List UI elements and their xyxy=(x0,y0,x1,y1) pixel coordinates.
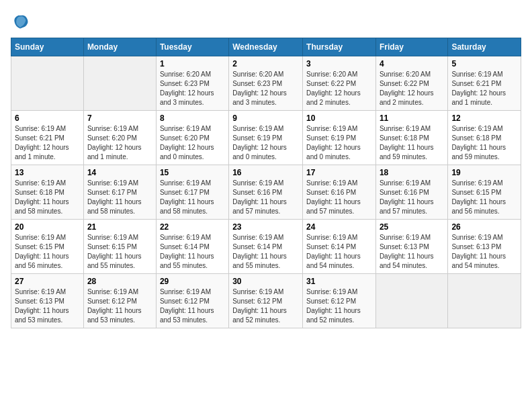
day-number: 21 xyxy=(87,222,152,232)
day-detail: Sunrise: 6:19 AM Sunset: 6:19 PM Dayligh… xyxy=(232,124,299,162)
calendar-cell: 30Sunrise: 6:19 AM Sunset: 6:12 PM Dayli… xyxy=(229,274,303,328)
header-day-saturday: Saturday xyxy=(448,38,521,56)
day-detail: Sunrise: 6:19 AM Sunset: 6:14 PM Dayligh… xyxy=(232,233,299,271)
day-number: 31 xyxy=(306,277,372,286)
day-number: 7 xyxy=(87,113,152,123)
calendar-cell: 16Sunrise: 6:19 AM Sunset: 6:16 PM Dayli… xyxy=(229,165,303,220)
calendar-cell xyxy=(11,56,84,111)
week-row-4: 27Sunrise: 6:19 AM Sunset: 6:13 PM Dayli… xyxy=(11,274,521,328)
day-detail: Sunrise: 6:19 AM Sunset: 6:13 PM Dayligh… xyxy=(15,287,80,325)
week-row-1: 6Sunrise: 6:19 AM Sunset: 6:21 PM Daylig… xyxy=(11,111,521,165)
calendar-cell: 18Sunrise: 6:19 AM Sunset: 6:16 PM Dayli… xyxy=(375,165,447,220)
header-row: SundayMondayTuesdayWednesdayThursdayFrid… xyxy=(11,38,521,56)
day-number: 18 xyxy=(380,168,444,177)
calendar-cell: 31Sunrise: 6:19 AM Sunset: 6:12 PM Dayli… xyxy=(303,274,376,328)
day-number: 25 xyxy=(380,222,444,232)
day-number: 16 xyxy=(232,168,299,177)
calendar-cell: 14Sunrise: 6:19 AM Sunset: 6:17 PM Dayli… xyxy=(83,165,156,220)
day-detail: Sunrise: 6:19 AM Sunset: 6:16 PM Dayligh… xyxy=(380,179,444,216)
day-detail: Sunrise: 6:19 AM Sunset: 6:12 PM Dayligh… xyxy=(87,287,152,325)
calendar-cell: 4Sunrise: 6:20 AM Sunset: 6:22 PM Daylig… xyxy=(375,56,447,111)
week-row-0: 1Sunrise: 6:20 AM Sunset: 6:23 PM Daylig… xyxy=(11,56,521,111)
calendar-cell xyxy=(83,56,156,111)
day-number: 5 xyxy=(451,59,517,68)
day-number: 20 xyxy=(15,222,80,232)
day-detail: Sunrise: 6:19 AM Sunset: 6:13 PM Dayligh… xyxy=(451,233,517,271)
calendar-cell: 24Sunrise: 6:19 AM Sunset: 6:14 PM Dayli… xyxy=(303,220,376,274)
day-number: 10 xyxy=(306,113,372,123)
calendar-cell: 5Sunrise: 6:19 AM Sunset: 6:21 PM Daylig… xyxy=(448,56,521,111)
day-number: 26 xyxy=(451,222,517,232)
day-number: 1 xyxy=(160,59,225,68)
day-detail: Sunrise: 6:19 AM Sunset: 6:15 PM Dayligh… xyxy=(15,233,80,271)
day-detail: Sunrise: 6:19 AM Sunset: 6:16 PM Dayligh… xyxy=(306,179,372,216)
calendar-cell: 15Sunrise: 6:19 AM Sunset: 6:17 PM Dayli… xyxy=(156,165,228,220)
calendar-cell: 1Sunrise: 6:20 AM Sunset: 6:23 PM Daylig… xyxy=(156,56,228,111)
calendar-cell: 6Sunrise: 6:19 AM Sunset: 6:21 PM Daylig… xyxy=(11,111,84,165)
header-day-wednesday: Wednesday xyxy=(229,38,303,56)
calendar-cell: 11Sunrise: 6:19 AM Sunset: 6:18 PM Dayli… xyxy=(375,111,447,165)
day-detail: Sunrise: 6:19 AM Sunset: 6:14 PM Dayligh… xyxy=(160,233,225,271)
calendar-cell: 25Sunrise: 6:19 AM Sunset: 6:13 PM Dayli… xyxy=(375,220,447,274)
day-number: 15 xyxy=(160,168,225,177)
day-detail: Sunrise: 6:19 AM Sunset: 6:12 PM Dayligh… xyxy=(232,287,299,325)
day-number: 13 xyxy=(15,168,80,177)
header-day-tuesday: Tuesday xyxy=(156,38,228,56)
week-row-3: 20Sunrise: 6:19 AM Sunset: 6:15 PM Dayli… xyxy=(11,220,521,274)
day-number: 24 xyxy=(306,222,372,232)
week-row-2: 13Sunrise: 6:19 AM Sunset: 6:18 PM Dayli… xyxy=(11,165,521,220)
day-number: 14 xyxy=(87,168,152,177)
calendar-cell: 8Sunrise: 6:19 AM Sunset: 6:20 PM Daylig… xyxy=(156,111,228,165)
calendar-cell: 27Sunrise: 6:19 AM Sunset: 6:13 PM Dayli… xyxy=(11,274,84,328)
page-header xyxy=(11,11,521,30)
day-number: 3 xyxy=(306,59,372,68)
logo-icon xyxy=(11,11,30,30)
calendar-cell: 21Sunrise: 6:19 AM Sunset: 6:15 PM Dayli… xyxy=(83,220,156,274)
header-day-thursday: Thursday xyxy=(303,38,376,56)
calendar-cell: 26Sunrise: 6:19 AM Sunset: 6:13 PM Dayli… xyxy=(448,220,521,274)
day-number: 12 xyxy=(451,113,517,123)
day-detail: Sunrise: 6:19 AM Sunset: 6:18 PM Dayligh… xyxy=(380,124,444,162)
day-detail: Sunrise: 6:19 AM Sunset: 6:13 PM Dayligh… xyxy=(380,233,444,271)
day-detail: Sunrise: 6:19 AM Sunset: 6:12 PM Dayligh… xyxy=(306,287,372,325)
day-number: 2 xyxy=(232,59,299,68)
day-detail: Sunrise: 6:19 AM Sunset: 6:14 PM Dayligh… xyxy=(306,233,372,271)
calendar-cell: 22Sunrise: 6:19 AM Sunset: 6:14 PM Dayli… xyxy=(156,220,228,274)
day-detail: Sunrise: 6:19 AM Sunset: 6:20 PM Dayligh… xyxy=(160,124,225,162)
day-detail: Sunrise: 6:20 AM Sunset: 6:22 PM Dayligh… xyxy=(380,70,444,107)
day-detail: Sunrise: 6:20 AM Sunset: 6:23 PM Dayligh… xyxy=(232,70,299,107)
day-number: 30 xyxy=(232,277,299,286)
day-detail: Sunrise: 6:19 AM Sunset: 6:17 PM Dayligh… xyxy=(87,179,152,216)
day-detail: Sunrise: 6:19 AM Sunset: 6:21 PM Dayligh… xyxy=(15,124,80,162)
day-number: 17 xyxy=(306,168,372,177)
day-detail: Sunrise: 6:19 AM Sunset: 6:21 PM Dayligh… xyxy=(451,70,517,107)
calendar-header: SundayMondayTuesdayWednesdayThursdayFrid… xyxy=(11,38,521,56)
calendar-cell: 13Sunrise: 6:19 AM Sunset: 6:18 PM Dayli… xyxy=(11,165,84,220)
calendar-table: SundayMondayTuesdayWednesdayThursdayFrid… xyxy=(11,38,521,328)
day-number: 9 xyxy=(232,113,299,123)
day-number: 4 xyxy=(380,59,444,68)
calendar-cell: 9Sunrise: 6:19 AM Sunset: 6:19 PM Daylig… xyxy=(229,111,303,165)
calendar-cell xyxy=(448,274,521,328)
calendar-cell xyxy=(375,274,447,328)
calendar-body: 1Sunrise: 6:20 AM Sunset: 6:23 PM Daylig… xyxy=(11,56,521,328)
header-day-friday: Friday xyxy=(375,38,447,56)
calendar-cell: 17Sunrise: 6:19 AM Sunset: 6:16 PM Dayli… xyxy=(303,165,376,220)
day-detail: Sunrise: 6:20 AM Sunset: 6:22 PM Dayligh… xyxy=(306,70,372,107)
header-day-monday: Monday xyxy=(83,38,156,56)
calendar-cell: 20Sunrise: 6:19 AM Sunset: 6:15 PM Dayli… xyxy=(11,220,84,274)
calendar-cell: 3Sunrise: 6:20 AM Sunset: 6:22 PM Daylig… xyxy=(303,56,376,111)
calendar-cell: 29Sunrise: 6:19 AM Sunset: 6:12 PM Dayli… xyxy=(156,274,228,328)
day-number: 19 xyxy=(451,168,517,177)
calendar-cell: 19Sunrise: 6:19 AM Sunset: 6:15 PM Dayli… xyxy=(448,165,521,220)
day-detail: Sunrise: 6:19 AM Sunset: 6:17 PM Dayligh… xyxy=(160,179,225,216)
day-number: 6 xyxy=(15,113,80,123)
day-number: 11 xyxy=(380,113,444,123)
day-detail: Sunrise: 6:20 AM Sunset: 6:23 PM Dayligh… xyxy=(160,70,225,107)
day-detail: Sunrise: 6:19 AM Sunset: 6:20 PM Dayligh… xyxy=(87,124,152,162)
calendar-cell: 7Sunrise: 6:19 AM Sunset: 6:20 PM Daylig… xyxy=(83,111,156,165)
day-number: 8 xyxy=(160,113,225,123)
day-detail: Sunrise: 6:19 AM Sunset: 6:19 PM Dayligh… xyxy=(306,124,372,162)
day-detail: Sunrise: 6:19 AM Sunset: 6:18 PM Dayligh… xyxy=(15,179,80,216)
day-detail: Sunrise: 6:19 AM Sunset: 6:12 PM Dayligh… xyxy=(160,287,225,325)
